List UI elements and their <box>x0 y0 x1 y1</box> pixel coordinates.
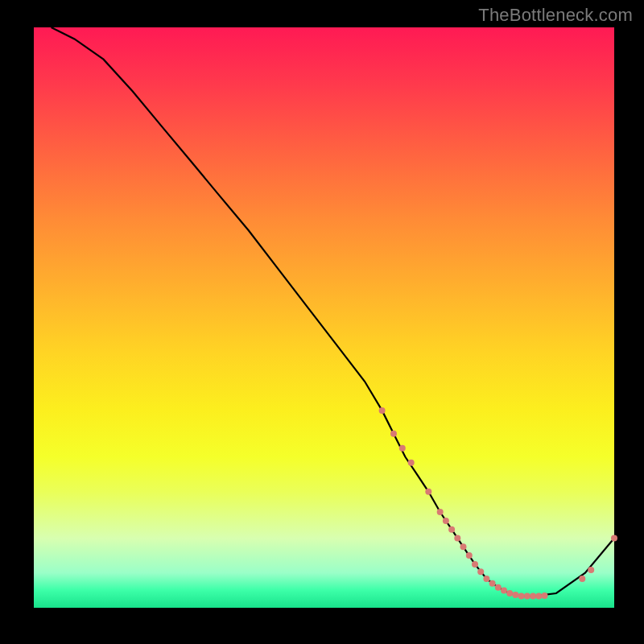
data-point <box>501 587 507 593</box>
curve-svg <box>34 27 614 608</box>
data-point <box>518 593 525 600</box>
data-point <box>506 590 513 597</box>
data-point <box>472 561 478 568</box>
data-point <box>535 593 542 600</box>
data-point <box>542 592 548 599</box>
data-point <box>477 568 484 575</box>
data-point <box>495 584 502 591</box>
data-point <box>489 580 496 587</box>
data-point <box>437 509 444 515</box>
plot-area <box>34 27 614 608</box>
data-point <box>454 535 460 542</box>
data-point <box>443 518 449 524</box>
data-point <box>408 460 415 466</box>
data-point <box>399 445 406 452</box>
data-point <box>512 592 518 598</box>
data-point <box>466 552 473 559</box>
data-point <box>588 567 594 573</box>
bottleneck-curve <box>52 27 614 597</box>
data-point <box>611 535 617 542</box>
chart-frame: TheBottleneck.com <box>0 0 644 644</box>
data-point <box>379 407 386 414</box>
data-point <box>390 431 397 437</box>
data-points <box>379 407 617 600</box>
data-point <box>524 593 530 600</box>
data-point <box>579 576 585 582</box>
data-point <box>425 489 431 495</box>
data-point <box>460 543 467 550</box>
watermark-text: TheBottleneck.com <box>478 5 633 26</box>
data-point <box>530 593 536 600</box>
data-point <box>483 576 489 582</box>
data-point <box>448 526 455 533</box>
